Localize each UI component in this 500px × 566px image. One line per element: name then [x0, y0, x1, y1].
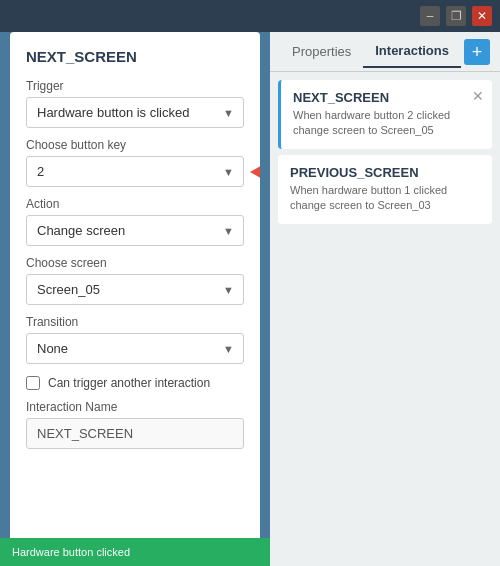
title-bar: – ❐ ✕ — [0, 0, 500, 32]
bottom-hint-text: Hardware button clicked — [12, 546, 130, 558]
left-panel: NEXT_SCREEN Trigger Hardware button is c… — [10, 32, 260, 556]
button-key-row: 2 ▼ — [26, 156, 244, 187]
checkbox-row: Can trigger another interaction — [26, 376, 244, 390]
action-select[interactable]: Change screen — [26, 215, 244, 246]
trigger-select[interactable]: Hardware button is clicked — [26, 97, 244, 128]
button-key-select[interactable]: 2 — [26, 156, 244, 187]
tab-interactions[interactable]: Interactions — [363, 35, 461, 68]
tab-properties[interactable]: Properties — [280, 36, 363, 67]
transition-select-wrapper: None ▼ — [26, 333, 244, 364]
interaction-card-previous-screen[interactable]: PREVIOUS_SCREEN When hardware button 1 c… — [278, 155, 492, 224]
trigger-select-wrapper: Hardware button is clicked ▼ — [26, 97, 244, 128]
right-panel: Properties Interactions + NEXT_SCREEN Wh… — [270, 32, 500, 566]
action-label: Action — [26, 197, 244, 211]
minimize-button[interactable]: – — [420, 6, 440, 26]
trigger-another-checkbox[interactable] — [26, 376, 40, 390]
interaction-name-input[interactable] — [26, 418, 244, 449]
card-title-previous-screen: PREVIOUS_SCREEN — [290, 165, 482, 180]
interaction-name-label: Interaction Name — [26, 400, 244, 414]
panel-title: NEXT_SCREEN — [26, 48, 244, 65]
screen-select[interactable]: Screen_05 — [26, 274, 244, 305]
card-desc-previous-screen: When hardware button 1 clickedchange scr… — [290, 183, 482, 214]
checkbox-label: Can trigger another interaction — [48, 376, 210, 390]
card-desc-next-screen: When hardware button 2 clickedchange scr… — [293, 108, 482, 139]
interactions-list: NEXT_SCREEN When hardware button 2 click… — [270, 72, 500, 232]
transition-label: Transition — [26, 315, 244, 329]
action-select-wrapper: Change screen ▼ — [26, 215, 244, 246]
interaction-card-next-screen[interactable]: NEXT_SCREEN When hardware button 2 click… — [278, 80, 492, 149]
tabs-bar: Properties Interactions + — [270, 32, 500, 72]
card-close-next-screen[interactable]: ✕ — [472, 88, 484, 104]
svg-marker-0 — [250, 162, 260, 182]
close-button[interactable]: ✕ — [472, 6, 492, 26]
transition-select[interactable]: None — [26, 333, 244, 364]
add-interaction-button[interactable]: + — [464, 39, 490, 65]
red-arrow-icon — [250, 160, 260, 184]
bottom-hint: Hardware button clicked — [0, 538, 270, 566]
trigger-label: Trigger — [26, 79, 244, 93]
screen-label: Choose screen — [26, 256, 244, 270]
button-key-label: Choose button key — [26, 138, 244, 152]
screen-select-wrapper: Screen_05 ▼ — [26, 274, 244, 305]
restore-button[interactable]: ❐ — [446, 6, 466, 26]
card-title-next-screen: NEXT_SCREEN — [293, 90, 482, 105]
button-key-select-wrapper: 2 ▼ — [26, 156, 244, 187]
